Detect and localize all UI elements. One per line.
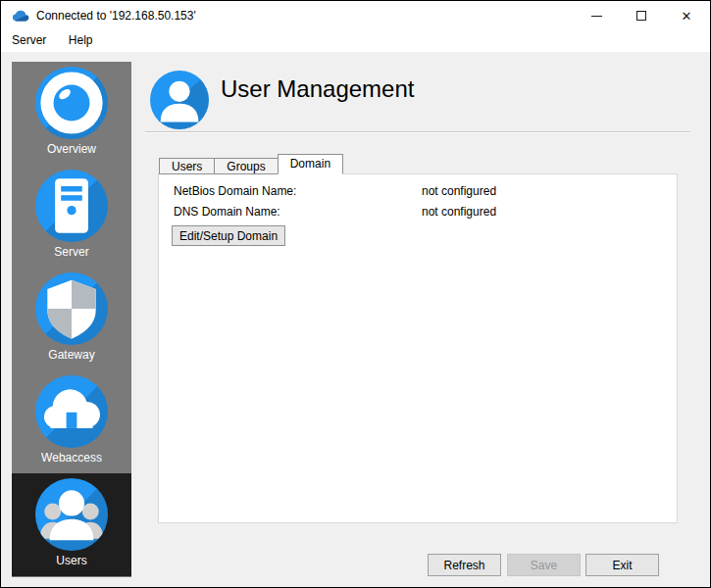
sidebar-item-users[interactable]: Users xyxy=(12,473,131,576)
page-title: User Management xyxy=(221,75,414,103)
close-button[interactable]: ✕ xyxy=(664,1,709,30)
sidebar-item-label: Users xyxy=(12,554,131,567)
dns-domain-value: not configured xyxy=(422,205,496,219)
minimize-icon xyxy=(591,16,602,17)
sidebar-item-label: Webaccess xyxy=(12,451,131,465)
caption-controls: ✕ xyxy=(574,1,709,30)
tab-groups[interactable]: Groups xyxy=(214,158,278,174)
save-button[interactable]: Save xyxy=(507,554,581,576)
exit-button[interactable]: Exit xyxy=(585,554,659,576)
refresh-button[interactable]: Refresh xyxy=(428,554,501,576)
sidebar-item-overview[interactable]: Overview xyxy=(12,62,131,165)
netbios-domain-value: not configured xyxy=(422,184,496,198)
cloud-app-icon xyxy=(12,9,29,23)
close-icon: ✕ xyxy=(682,10,692,23)
lens-icon xyxy=(35,67,108,139)
sidebar-item-label: Overview xyxy=(12,142,131,156)
titlebar: Connected to '192.168.50.153' ✕ xyxy=(1,1,710,30)
netbios-domain-label: NetBios Domain Name: xyxy=(174,184,296,198)
minimize-button[interactable] xyxy=(574,1,619,30)
sidebar-item-server[interactable]: Server xyxy=(12,165,131,268)
sidebar-item-label: Server xyxy=(12,245,131,259)
header-separator xyxy=(145,131,690,133)
menu-item-help[interactable]: Help xyxy=(60,30,102,50)
tab-domain[interactable]: Domain xyxy=(278,154,343,174)
maximize-button[interactable] xyxy=(619,1,664,30)
tab-users[interactable]: Users xyxy=(159,158,215,174)
shield-icon xyxy=(35,272,108,345)
maximize-icon xyxy=(636,11,646,21)
cloud-icon xyxy=(35,375,108,448)
sidebar: Overview Server xyxy=(12,62,131,577)
sidebar-item-gateway[interactable]: Gateway xyxy=(12,268,131,370)
sidebar-item-webaccess[interactable]: Webaccess xyxy=(12,370,131,473)
tower-icon xyxy=(35,170,108,242)
application-window: Connected to '192.168.50.153' ✕ Server H… xyxy=(0,0,711,588)
dns-domain-label: DNS Domain Name: xyxy=(174,205,280,219)
sidebar-item-label: Gateway xyxy=(12,348,131,362)
user-management-icon xyxy=(150,71,209,129)
menu-item-server[interactable]: Server xyxy=(3,30,55,50)
edit-setup-domain-button[interactable]: Edit/Setup Domain xyxy=(172,225,285,246)
users-icon xyxy=(35,478,108,551)
menubar: Server Help xyxy=(1,30,710,52)
tabstrip: Users Groups Domain xyxy=(159,154,342,174)
window-title: Connected to '192.168.50.153' xyxy=(36,1,196,30)
domain-tab-panel: NetBios Domain Name: not configured DNS … xyxy=(158,173,678,523)
